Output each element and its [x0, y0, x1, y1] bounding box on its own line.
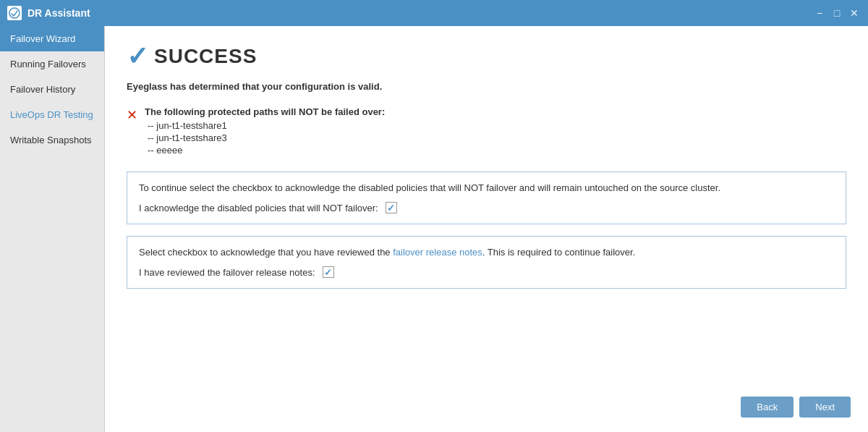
- acknowledge-row-1: I acknowledge the disabled policies that…: [139, 202, 834, 213]
- acknowledge-checkbox-1[interactable]: [386, 202, 397, 213]
- main-layout: Failover Wizard Running Failovers Failov…: [0, 26, 868, 432]
- warning-title: The following protected paths will NOT b…: [145, 106, 385, 117]
- acknowledge-box-1-title: To continue select the checkbox to ackno…: [139, 182, 834, 193]
- acknowledge-row-2: I have reviewed the failover release not…: [139, 266, 834, 278]
- acknowledge-box-2: Select checkbox to acknowledge that you …: [127, 236, 846, 289]
- acknowledge-label-1: I acknowledge the disabled policies that…: [139, 203, 378, 213]
- failover-release-notes-link[interactable]: failover release notes: [393, 247, 482, 258]
- title-bar: DR Assistant − □ ✕: [0, 0, 868, 26]
- release-notes-text-1: Select checkbox to acknowledge that you …: [139, 247, 393, 258]
- sidebar-item-failover-wizard[interactable]: Failover Wizard: [0, 26, 104, 51]
- success-checkmark-icon: ✓: [127, 43, 148, 69]
- footer-buttons: Back Next: [741, 397, 851, 418]
- acknowledge-checkbox-2[interactable]: [323, 266, 334, 278]
- warning-items: -- jun-t1-testshare1 -- jun-t1-testshare…: [145, 120, 385, 156]
- release-notes-text-2: . This is required to continue failover.: [482, 247, 636, 258]
- sidebar: Failover Wizard Running Failovers Failov…: [0, 26, 105, 432]
- warning-item-1: -- jun-t1-testshare1: [148, 120, 385, 131]
- sidebar-item-writable-snapshots[interactable]: Writable Snapshots: [0, 127, 104, 153]
- content-area: ✓ SUCCESS Eyeglass has determined that y…: [105, 26, 868, 432]
- app-icon: [7, 6, 22, 20]
- sidebar-item-failover-history[interactable]: Failover History: [0, 77, 104, 102]
- warning-item-2: -- jun-t1-testshare3: [148, 132, 385, 143]
- window-controls: − □ ✕: [813, 7, 861, 20]
- next-button[interactable]: Next: [799, 397, 851, 418]
- maximize-button[interactable]: □: [830, 7, 843, 20]
- warning-text: The following protected paths will NOT b…: [145, 106, 385, 157]
- warning-item-3: -- eeeee: [148, 145, 385, 156]
- success-label: SUCCESS: [154, 45, 257, 68]
- app-title: DR Assistant: [27, 7, 813, 19]
- warning-block: ✕ The following protected paths will NOT…: [127, 106, 846, 157]
- sidebar-item-liveops-dr-testing[interactable]: LiveOps DR Testing: [0, 102, 104, 127]
- acknowledge-box-1: To continue select the checkbox to ackno…: [127, 171, 846, 224]
- success-header: ✓ SUCCESS: [127, 43, 846, 69]
- warning-x-icon: ✕: [127, 107, 137, 123]
- sidebar-item-running-failovers[interactable]: Running Failovers: [0, 51, 104, 77]
- svg-point-0: [9, 8, 20, 18]
- acknowledge-label-2: I have reviewed the failover release not…: [139, 267, 315, 278]
- config-valid-message: Eyeglass has determined that your config…: [127, 81, 846, 92]
- back-button[interactable]: Back: [741, 397, 793, 418]
- close-button[interactable]: ✕: [848, 7, 861, 20]
- acknowledge-box-2-title: Select checkbox to acknowledge that you …: [139, 247, 834, 258]
- minimize-button[interactable]: −: [813, 7, 826, 20]
